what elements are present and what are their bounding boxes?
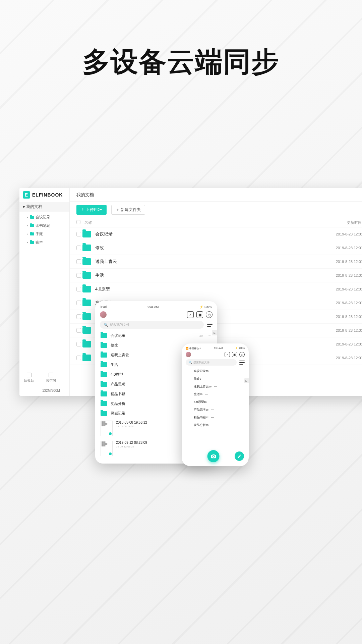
- search-icon: 🔍: [104, 323, 108, 327]
- table-row[interactable]: 修改2019-8-23 12:01:23: [70, 241, 362, 255]
- row-checkbox[interactable]: [76, 287, 81, 291]
- table-header: 名称 更新时间 ↓: [70, 218, 362, 227]
- item-label: 修改: [194, 377, 200, 381]
- more-icon[interactable]: ⋯: [211, 416, 214, 419]
- trash-link[interactable]: 回收站: [24, 373, 34, 392]
- row-checkbox[interactable]: [76, 232, 81, 236]
- table-row[interactable]: 送我上青云2019-8-23 12:01:23: [70, 255, 362, 269]
- item-label: 会议记录: [111, 333, 125, 338]
- avatar[interactable]: [186, 352, 191, 357]
- tablet-header: ✓ ▣ ◷: [100, 311, 213, 321]
- more-icon[interactable]: ⋯: [205, 393, 208, 396]
- search-input[interactable]: 🔍 搜索我的文件: [186, 359, 237, 366]
- status-battery: ⚡ 100%: [235, 347, 245, 350]
- item-label: 产品思考: [194, 408, 206, 412]
- search-placeholder: 搜索我的文件: [193, 361, 209, 364]
- list-item[interactable]: 产品思考15⋯: [186, 406, 245, 414]
- tag-flap-icon[interactable]: ◣: [212, 330, 217, 335]
- search-input[interactable]: 🔍 搜索我的文件: [100, 321, 204, 329]
- list-item[interactable]: 精品书籍12⋯: [186, 414, 245, 421]
- folder-icon: [186, 416, 191, 419]
- row-checkbox[interactable]: [76, 356, 81, 360]
- check-icon[interactable]: ✓: [225, 352, 230, 357]
- item-label: 竞品分析: [194, 423, 206, 427]
- upload-icon: ⇡: [81, 208, 84, 212]
- list-item[interactable]: 会议记录20⋯: [100, 331, 213, 340]
- item-count: 15: [206, 409, 208, 411]
- row-checkbox[interactable]: [76, 328, 81, 333]
- brand-logo[interactable]: E ELFINBOOK: [19, 188, 69, 202]
- folder-icon: [82, 341, 91, 347]
- folder-icon: [186, 408, 191, 412]
- check-icon[interactable]: ✓: [187, 311, 194, 318]
- select-all-checkbox[interactable]: [76, 220, 80, 224]
- cloud-usage[interactable]: 云空间: 132M/500M: [42, 373, 60, 392]
- menu-icon[interactable]: [239, 361, 245, 365]
- menu-icon[interactable]: [207, 323, 213, 327]
- list-item[interactable]: 修改8⋯: [186, 375, 245, 383]
- folder-icon: [101, 333, 107, 338]
- folder-icon: [101, 343, 107, 348]
- more-icon[interactable]: ⋯: [209, 400, 212, 404]
- more-icon[interactable]: ⋯: [211, 370, 214, 373]
- edit-fab[interactable]: [235, 451, 244, 461]
- sidebar-tree-item[interactable]: 账本: [21, 238, 68, 247]
- folder-icon: [186, 392, 191, 396]
- item-label: 会议记录: [194, 369, 206, 373]
- row-checkbox[interactable]: [76, 342, 81, 346]
- row-checkbox[interactable]: [76, 301, 81, 305]
- folder-icon: [101, 391, 107, 396]
- table-row[interactable]: 会议记录2019-8-23 12:01:23: [70, 227, 362, 241]
- sidebar-tree-item[interactable]: 读书笔记: [21, 221, 68, 230]
- more-icon[interactable]: ⋯: [214, 385, 217, 388]
- row-checkbox[interactable]: [76, 259, 81, 264]
- breadcrumb: 我的文档: [70, 188, 362, 202]
- list-item[interactable]: 会议记录20⋯: [186, 367, 245, 375]
- row-checkbox[interactable]: [76, 273, 81, 278]
- camera-fab[interactable]: [207, 450, 220, 462]
- clock-icon[interactable]: ◷: [239, 352, 245, 357]
- table-row[interactable]: 生活2019-8-23 12:01:23: [70, 269, 362, 282]
- phone-list: 会议记录20⋯修改8⋯送我上青云16⋯生活18⋯4.0原型16⋯产品思考15⋯精…: [186, 367, 245, 429]
- table-row[interactable]: 4.0原型2019-8-23 12:01:23: [70, 282, 362, 296]
- file-name: 4.0原型: [95, 286, 110, 292]
- status-time: 9:41 AM: [214, 347, 223, 350]
- add-icon[interactable]: ▣: [232, 352, 237, 357]
- row-checkbox[interactable]: [76, 314, 81, 319]
- clock-icon[interactable]: ◷: [206, 311, 213, 318]
- tag-flap-icon[interactable]: ◣: [244, 378, 249, 383]
- list-item[interactable]: 竞品分析10⋯: [186, 421, 245, 429]
- item-count: 20: [206, 370, 208, 372]
- sidebar-tree-item[interactable]: 手账: [21, 230, 68, 238]
- more-icon[interactable]: ⋯: [211, 424, 214, 427]
- sidebar-root[interactable]: ▾我的文档: [19, 202, 69, 212]
- row-checkbox[interactable]: [76, 246, 81, 250]
- folder-icon: [101, 401, 107, 406]
- item-label: 送我上青云: [111, 353, 129, 358]
- sidebar-tree-item[interactable]: 会议记录: [21, 213, 68, 221]
- tree-item-label: 账本: [36, 240, 43, 245]
- sidebar: E ELFINBOOK ▾我的文档 会议记录读书笔记手账账本 回收站 云空间: …: [19, 188, 70, 396]
- more-icon[interactable]: ⋯: [204, 377, 207, 381]
- file-name: 会议记录: [95, 231, 113, 237]
- file-time: 2019-8-23 12:01:23: [336, 328, 362, 332]
- item-label: 产品思考: [111, 382, 125, 387]
- folder-icon: [30, 216, 34, 219]
- col-time-label[interactable]: 更新时间 ↓: [318, 220, 362, 225]
- file-name: 送我上青云: [95, 259, 117, 265]
- list-item[interactable]: 送我上青云16⋯: [186, 383, 245, 390]
- folder-icon: [186, 385, 191, 388]
- col-name-label[interactable]: 名称: [84, 220, 318, 225]
- add-icon[interactable]: ▣: [196, 311, 203, 318]
- item-label: 灵感记录: [111, 411, 125, 416]
- more-icon[interactable]: ⋯: [211, 408, 214, 412]
- more-icon[interactable]: ⋯: [207, 333, 212, 338]
- status-carrier: 📶 中国移动 ᯤ: [186, 347, 202, 350]
- upload-pdf-button[interactable]: ⇡上传PDF: [76, 205, 107, 215]
- doc-thumbnail: ██████████████: [101, 441, 113, 456]
- trash-icon: [27, 373, 32, 377]
- list-item[interactable]: 生活18⋯: [186, 390, 245, 398]
- avatar[interactable]: [100, 311, 107, 318]
- list-item[interactable]: 4.0原型16⋯: [186, 398, 245, 406]
- new-folder-button[interactable]: ＋ 新建文件夹: [111, 205, 145, 215]
